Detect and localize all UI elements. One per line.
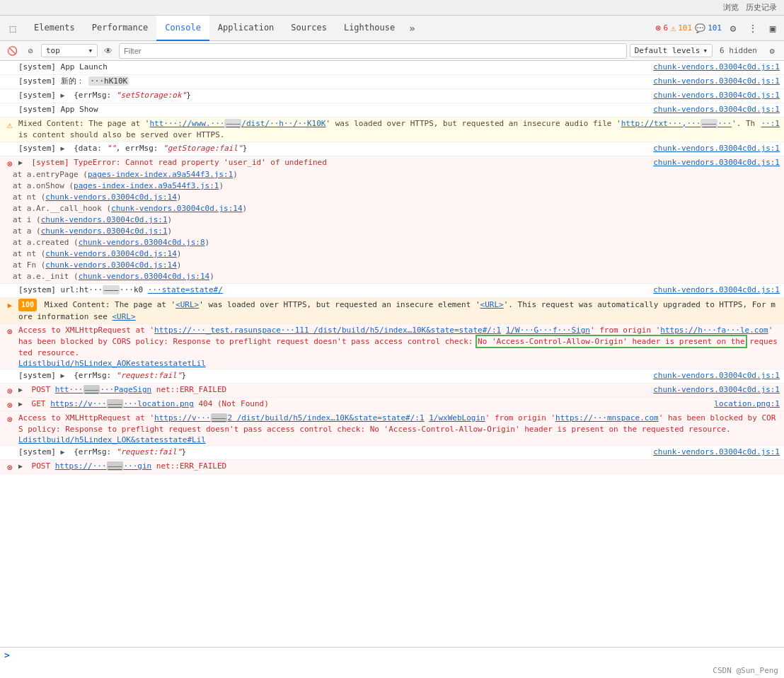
stack-link[interactable]: chunk-vendors.03004c0d.js:14 bbox=[45, 193, 176, 202]
log-text: ▶ [system] TypeError: Cannot read proper… bbox=[18, 157, 647, 168]
warning-triangle-icon: ⚠ bbox=[671, 23, 676, 33]
command-line: > bbox=[0, 647, 784, 662]
stack-link[interactable]: chunk-vendors.03004c0d.js:14 bbox=[111, 204, 242, 213]
stack-link[interactable]: pages-index-index.a9a544f3.js:1 bbox=[88, 170, 233, 179]
context-selector[interactable]: top ▾ bbox=[41, 44, 98, 57]
tab-elements[interactable]: Elements bbox=[25, 16, 83, 41]
log-source-link[interactable]: chunk-vendors.03004c0d.js:1 bbox=[653, 158, 780, 167]
cors-source-path: Ldistlbuild/hSLindex_AOKestatesstatetLil bbox=[4, 359, 780, 368]
preserve-log-icon[interactable]: ⊘ bbox=[23, 43, 38, 59]
list-item: ⊗ ▶ POST https://···———···gin net::ERR_F… bbox=[0, 460, 784, 474]
error-count-badge[interactable]: ⊗ 6 bbox=[656, 23, 668, 33]
url-link2[interactable]: 1/W···G···f···Sign bbox=[506, 326, 590, 335]
info-count-badge[interactable]: 💬 101 bbox=[695, 23, 722, 33]
tab-more-icon[interactable]: » bbox=[403, 23, 420, 34]
list-item: ▶ 100 Mixed Content: The page at '<URL>'… bbox=[0, 298, 784, 324]
log-source-link[interactable]: chunk-vendors.03004c0d.js:1 bbox=[653, 76, 780, 86]
log-text: Mixed Content: The page at 'htt···://www… bbox=[18, 118, 756, 141]
url-link[interactable]: ···state=state#/ bbox=[148, 285, 223, 294]
url-link[interactable]: htt···://www.···———/dist/··h··/··K10K bbox=[149, 119, 325, 128]
log-text: [system] App Launch bbox=[18, 62, 647, 73]
url-link[interactable]: <URL> bbox=[175, 300, 199, 309]
stack-link[interactable]: chunk-vendors.03004c0d.js:8 bbox=[79, 238, 205, 247]
settings-icon[interactable]: ⚙ bbox=[725, 20, 742, 37]
log-system-icon bbox=[4, 62, 16, 74]
url-link[interactable]: <URL> bbox=[480, 300, 504, 309]
log-source-link[interactable]: chunk-vendors.03004c0d.js:1 bbox=[653, 385, 780, 394]
log-system-icon bbox=[4, 447, 16, 459]
error-x-icon: ⊗ bbox=[656, 23, 662, 33]
warning-icon: ⚠ bbox=[4, 119, 16, 130]
stack-trace: at a.entryPage (pages-index-index.a9a544… bbox=[4, 169, 780, 282]
log-text: [system] url:ht···———···k0 ···state=stat… bbox=[18, 285, 647, 296]
list-item: ⚠ Mixed Content: The page at 'htt···://w… bbox=[0, 117, 784, 142]
log-system-icon bbox=[4, 144, 16, 155]
info-count: 101 bbox=[708, 23, 722, 33]
console-output[interactable]: [system] App Launch chunk-vendors.03004c… bbox=[0, 61, 784, 647]
log-source-link[interactable]: chunk-vendors.03004c0d.js:1 bbox=[653, 91, 780, 100]
stack-link[interactable]: chunk-vendors.03004c0d.js:14 bbox=[79, 272, 209, 281]
more-options-icon[interactable]: ⋮ bbox=[744, 20, 761, 37]
list-item: ⊗ Access to XMLHttpRequest at 'https://·… bbox=[0, 324, 784, 369]
url-link2[interactable]: http://txt···,···———··· bbox=[621, 119, 732, 128]
devtools-cursor-icon[interactable]: ⬚ bbox=[3, 18, 23, 38]
url-link[interactable]: <URL> bbox=[112, 312, 135, 321]
stack-link[interactable]: chunk-vendors.03004c0d.js:1 bbox=[41, 226, 168, 236]
url-link[interactable]: https://···———···gin bbox=[55, 461, 151, 471]
log-levels-selector[interactable]: Default levels ▾ bbox=[630, 44, 713, 57]
log-text: [system] 新的： ···hK10K bbox=[18, 76, 647, 87]
cors2-source-link[interactable]: Ldistlbuild/h5Lindex_LOK&statesstate#Lil bbox=[18, 435, 206, 444]
log-source-link[interactable]: chunk-vendors.03004c0d.js:1 bbox=[653, 62, 780, 71]
error-icon: ⊗ bbox=[4, 399, 16, 410]
tab-lighthouse[interactable]: Lighthouse bbox=[335, 16, 403, 41]
command-input[interactable] bbox=[13, 650, 780, 660]
log-source-link[interactable]: chunk-vendors.03004c0d.js:1 bbox=[653, 144, 780, 153]
origin-link[interactable]: https://h···fa···le.com bbox=[660, 326, 768, 335]
stack-link[interactable]: pages-index-index.a9a544f3.js:1 bbox=[74, 181, 219, 190]
tab-sources[interactable]: Sources bbox=[282, 16, 335, 41]
command-prompt-icon: > bbox=[4, 650, 10, 660]
log-text: ▶ POST https://···———···gin net::ERR_FAI… bbox=[18, 461, 780, 472]
url-link2[interactable]: 1/wxWebLogin bbox=[429, 413, 485, 423]
log-system-icon bbox=[4, 76, 16, 88]
console-settings-icon[interactable]: ⚙ bbox=[764, 43, 780, 59]
stack-link[interactable]: chunk-vendors.03004c0d.js:14 bbox=[45, 249, 176, 258]
origin-link[interactable]: https://···mnspace.com bbox=[555, 413, 659, 423]
tab-performance[interactable]: Performance bbox=[83, 16, 156, 41]
clear-console-icon[interactable]: 🚫 bbox=[4, 43, 20, 59]
log-source-link[interactable]: chunk-vendors.03004c0d.js:1 bbox=[653, 105, 780, 114]
cors-highlight: No 'Access-Control-Allow-Origin' header … bbox=[478, 337, 745, 346]
url-link[interactable]: https://···_test.rasunspace···111 /dist/… bbox=[154, 326, 501, 335]
eye-icon[interactable]: 👁 bbox=[100, 43, 116, 59]
tab-application[interactable]: Application bbox=[209, 16, 282, 41]
cors-source-link[interactable]: Ldistlbuild/hSLindex_AOKestatesstatetLil bbox=[18, 359, 206, 368]
cors2-source-path: Ldistlbuild/h5Lindex_LOK&statesstate#Lil bbox=[4, 435, 780, 444]
log-source-link[interactable]: chunk-vendors.03004c0d.js:1 bbox=[653, 285, 780, 294]
list-item: ⊗ Access to XMLHttpRequest at 'https://v… bbox=[0, 412, 784, 446]
context-value: top bbox=[46, 46, 60, 55]
stack-link[interactable]: chunk-vendors.03004c0d.js:1 bbox=[41, 215, 168, 224]
list-item: [system] 新的： ···hK10K chunk-vendors.0300… bbox=[0, 75, 784, 89]
url-link[interactable]: https://v···———2 /dist/build/h5/index…10… bbox=[154, 413, 425, 423]
log-source-link[interactable]: chunk-vendors.03004c0d.js:1 bbox=[653, 371, 780, 380]
warning-count-badge[interactable]: ⚠ 101 bbox=[671, 23, 692, 33]
context-dropdown-arrow: ▾ bbox=[88, 46, 93, 55]
log-system-icon bbox=[4, 371, 16, 382]
list-item: [system] App Show chunk-vendors.03004c0d… bbox=[0, 103, 784, 117]
log-source-link[interactable]: ··:1 bbox=[761, 119, 780, 128]
error-icon: ⊗ bbox=[4, 413, 16, 425]
list-item: [system] ▶ {data: "", errMsg: "getStorag… bbox=[0, 142, 784, 156]
browser-top-bar: 浏览 历史记录 bbox=[0, 0, 784, 16]
tab-console[interactable]: Console bbox=[156, 16, 209, 41]
log-text: [system] ▶ {errMsg: "request:fail"} bbox=[18, 447, 647, 458]
log-source-link[interactable]: location.png:1 bbox=[714, 399, 780, 408]
stack-link[interactable]: chunk-vendors.03004c0d.js:14 bbox=[45, 260, 176, 270]
url-link[interactable]: htt···———···PageSign bbox=[55, 385, 151, 394]
tab-bar-left: ⬚ bbox=[3, 18, 23, 38]
log-source-link[interactable]: chunk-vendors.03004c0d.js:1 bbox=[653, 447, 780, 456]
filter-input[interactable] bbox=[119, 43, 627, 59]
url-link[interactable]: https://v···———···location.png bbox=[50, 399, 194, 408]
list-item: [system] ▶ {errMsg: "request:fail"} chun… bbox=[0, 369, 784, 384]
dock-icon[interactable]: ▣ bbox=[764, 20, 781, 37]
badge-100: 100 bbox=[18, 299, 37, 311]
